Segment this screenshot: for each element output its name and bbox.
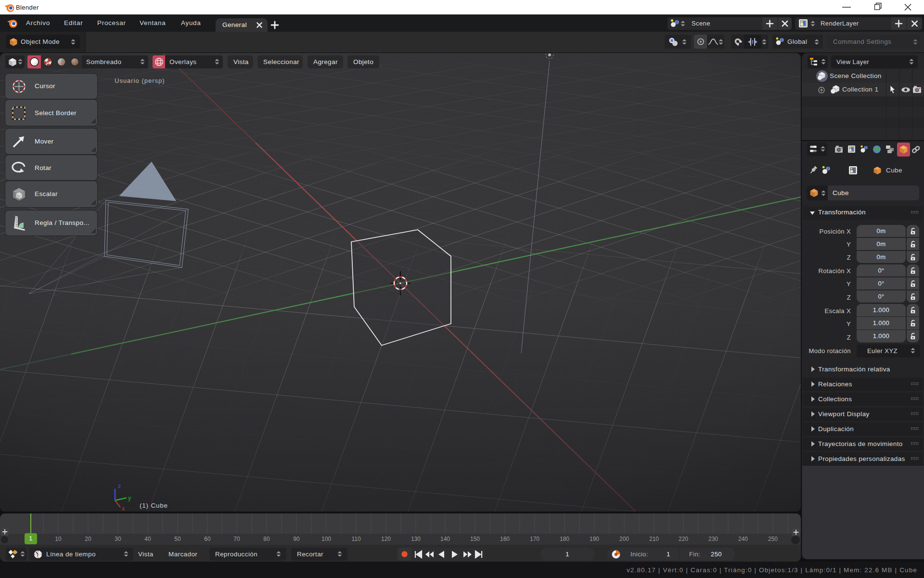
svg-text:180: 180 <box>560 536 569 542</box>
svg-text:190: 190 <box>590 536 599 542</box>
svg-text:210: 210 <box>649 536 659 542</box>
svg-text:40: 40 <box>144 536 151 542</box>
svg-text:220: 220 <box>679 536 688 542</box>
svg-text:250: 250 <box>768 536 778 542</box>
svg-text:160: 160 <box>500 536 510 542</box>
svg-text:10: 10 <box>55 536 62 542</box>
svg-text:110: 110 <box>351 536 360 542</box>
svg-text:30: 30 <box>115 536 121 542</box>
svg-text:230: 230 <box>708 536 718 542</box>
svg-text:170: 170 <box>530 536 539 542</box>
svg-text:200: 200 <box>619 536 629 542</box>
svg-text:60: 60 <box>204 536 211 542</box>
svg-text:240: 240 <box>738 536 748 542</box>
svg-text:140: 140 <box>440 536 450 542</box>
svg-text:130: 130 <box>411 536 421 542</box>
svg-text:50: 50 <box>174 536 181 542</box>
svg-text:20: 20 <box>85 536 91 542</box>
svg-text:120: 120 <box>381 536 391 542</box>
svg-text:90: 90 <box>293 536 300 542</box>
svg-text:70: 70 <box>233 536 240 542</box>
svg-text:80: 80 <box>263 536 270 542</box>
svg-text:100: 100 <box>321 536 331 542</box>
svg-text:150: 150 <box>470 536 480 542</box>
